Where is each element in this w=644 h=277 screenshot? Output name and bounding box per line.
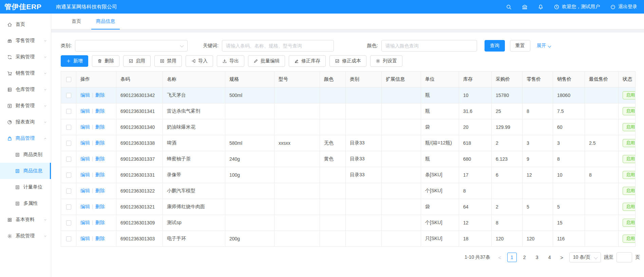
import-button[interactable]: 导入 <box>186 55 213 67</box>
next-page-button[interactable]: > <box>557 253 566 262</box>
edit-link[interactable]: 编辑 <box>80 108 90 114</box>
edit-link[interactable]: 编辑 <box>80 236 90 241</box>
select-all-checkbox[interactable] <box>66 77 71 82</box>
row-checkbox[interactable] <box>66 125 71 130</box>
logout-button[interactable]: 退出登录 <box>610 4 637 10</box>
delete-link[interactable]: 删除 <box>95 108 105 114</box>
edit-link[interactable]: 编辑 <box>80 92 90 98</box>
bell-icon[interactable] <box>538 4 544 10</box>
row-checkbox[interactable] <box>66 236 71 241</box>
adjust-stock-button[interactable]: 修正库存 <box>289 55 326 67</box>
reset-button[interactable]: 重置 <box>510 40 530 52</box>
row-checkbox[interactable] <box>66 189 71 194</box>
page-button-4[interactable]: 4 <box>545 253 554 262</box>
tab-home[interactable]: 首页 <box>64 14 89 29</box>
batch-edit-button[interactable]: 批量编辑 <box>248 55 285 67</box>
column-header: 状态 <box>619 72 636 87</box>
delete-link[interactable]: 删除 <box>95 92 105 98</box>
edit-link[interactable]: 编辑 <box>80 140 90 145</box>
column-config-button[interactable]: 列设置 <box>370 55 402 67</box>
bank-icon[interactable] <box>522 4 528 10</box>
row-checkbox[interactable] <box>66 220 71 225</box>
prev-page-button[interactable]: < <box>495 253 504 262</box>
cell-actions: 编辑|删除 <box>76 167 116 183</box>
cell-barcode: 6901236301309 <box>116 215 163 231</box>
delete-link[interactable]: 删除 <box>95 140 105 145</box>
adjust-cost-button[interactable]: 修正成本 <box>329 55 366 67</box>
page-size-select[interactable]: 10 条/页 <box>569 252 601 262</box>
delete-link[interactable]: 删除 <box>95 188 105 193</box>
row-checkbox[interactable] <box>66 157 71 162</box>
chevron-down-icon <box>43 55 47 59</box>
sidebar-item-sales[interactable]: 销售管理 <box>0 65 51 81</box>
category-select[interactable] <box>75 40 188 52</box>
cell-unit: 个[SKU] <box>421 215 459 231</box>
cell-color <box>320 119 346 135</box>
delete-button[interactable]: 删除 <box>92 55 119 67</box>
delete-link[interactable]: 删除 <box>95 204 105 209</box>
keyword-input[interactable] <box>222 40 334 52</box>
sidebar-item-finance[interactable]: 财务管理 <box>0 98 51 114</box>
sidebar-item-home[interactable]: 首页 <box>0 16 51 33</box>
sidebar-item-goods-category[interactable]: 商品类别 <box>0 146 51 163</box>
sidebar-item-system[interactable]: 系统管理 <box>0 228 51 244</box>
sidebar-item-warehouse[interactable]: 仓库管理 <box>0 81 51 98</box>
cell-category <box>346 231 382 247</box>
button-label: 导出 <box>229 58 239 64</box>
row-checkbox[interactable] <box>66 204 71 210</box>
disable-button[interactable]: 禁用 <box>154 55 182 67</box>
cell-sale: 60 <box>553 119 585 135</box>
page-button-2[interactable]: 2 <box>520 253 529 262</box>
sidebar-item-reports[interactable]: 报表查询 <box>0 114 51 130</box>
cell-category: 目录33 <box>346 135 382 151</box>
column-header: 类别 <box>346 72 382 87</box>
cell-spec: 100g <box>225 167 274 183</box>
cell-stock: 8 <box>459 183 492 199</box>
edit-link[interactable]: 编辑 <box>80 124 90 130</box>
delete-link[interactable]: 删除 <box>95 156 105 161</box>
column-header: 最低售价 <box>585 72 619 87</box>
export-button[interactable]: 导出 <box>217 55 244 67</box>
add-button[interactable]: 新增 <box>61 55 88 67</box>
cell-status: 启用 <box>619 119 636 135</box>
search-button[interactable]: 查询 <box>485 40 505 52</box>
color-input[interactable] <box>381 40 477 52</box>
cell-model <box>274 215 320 231</box>
row-checkbox[interactable] <box>66 109 71 114</box>
row-checkbox[interactable] <box>66 141 71 146</box>
products-table: 操作条码名称规格型号颜色类别扩展信息单位库存采购价零售价销售价最低售价状态编辑|… <box>61 71 636 247</box>
enable-button[interactable]: 启用 <box>123 55 151 67</box>
edit-link[interactable]: 编辑 <box>80 220 90 225</box>
sidebar-item-attributes[interactable]: 多属性 <box>0 195 51 212</box>
tab-goods-info[interactable]: 商品信息 <box>89 14 122 29</box>
table-row: 编辑|删除6901236301342飞天茅台500ml瓶101578018060… <box>61 87 636 103</box>
welcome-user[interactable]: 欢迎您，测试用户 <box>554 4 600 10</box>
page-button-1[interactable]: 1 <box>507 253 517 262</box>
edit-link[interactable]: 编辑 <box>80 188 90 193</box>
delete-link[interactable]: 删除 <box>95 172 105 177</box>
chevron-down-icon <box>594 255 598 259</box>
table-row: 编辑|删除6901236301338啤酒580mlxxsxx无色目录33瓶/(箱… <box>61 135 636 151</box>
table-row: 编辑|删除6901236301321康师傅红烧牛肉面袋64255启用 <box>61 199 636 215</box>
row-checkbox[interactable] <box>66 173 71 178</box>
row-checkbox[interactable] <box>66 93 71 98</box>
delete-link[interactable]: 删除 <box>95 220 105 225</box>
jump-page-input[interactable] <box>617 252 632 262</box>
cell-min <box>585 87 619 103</box>
sidebar-item-basic-data[interactable]: 基本资料 <box>0 212 51 228</box>
expand-link[interactable]: 展开 <box>537 43 551 49</box>
sidebar-item-units[interactable]: 计量单位 <box>0 179 51 195</box>
edit-link[interactable]: 编辑 <box>80 172 90 177</box>
cell-category <box>346 199 382 215</box>
page-button-3[interactable]: 3 <box>532 253 542 262</box>
cell-stock: 64 <box>459 199 492 215</box>
sidebar-item-goods-info[interactable]: 商品信息 <box>0 163 51 179</box>
edit-link[interactable]: 编辑 <box>80 156 90 161</box>
sidebar-item-retail[interactable]: 零售管理 <box>0 33 51 49</box>
delete-link[interactable]: 删除 <box>95 124 105 130</box>
sidebar-item-goods[interactable]: 商品管理 <box>0 130 51 146</box>
edit-link[interactable]: 编辑 <box>80 204 90 209</box>
sidebar-item-purchase[interactable]: 采购管理 <box>0 49 51 65</box>
delete-link[interactable]: 删除 <box>95 236 105 241</box>
search-icon[interactable] <box>506 4 512 10</box>
